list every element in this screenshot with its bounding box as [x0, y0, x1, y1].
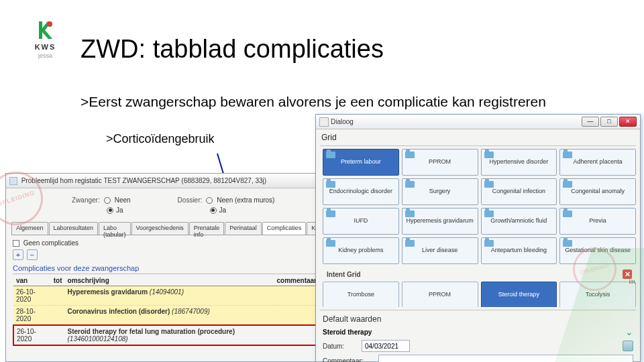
- folder-icon: [563, 181, 572, 188]
- intent-trombose[interactable]: Trombose: [323, 282, 399, 307]
- table-row[interactable]: 28-10-2020 Coronavirus infection (disord…: [13, 306, 319, 326]
- cat-growth-amniotic-fluid[interactable]: Growth/amniotic fluid: [481, 208, 557, 235]
- cell-desc: Coronavirus infection (disorder): [68, 308, 170, 315]
- window-maximize-button[interactable]: □: [600, 117, 618, 127]
- tab-voorgeschiedenis[interactable]: Voorgeschiedenis: [131, 222, 189, 235]
- folder-icon: [563, 152, 572, 158]
- radio-dossier-ja[interactable]: [210, 207, 217, 214]
- cat-hyperemesis-gravidarum[interactable]: Hyperemesis gravidarum: [402, 208, 478, 235]
- dialog-title-text: Dialoog: [331, 118, 354, 125]
- radio-dossier-ja-label: Ja: [219, 206, 227, 214]
- cell-desc: Hyperemesis gravidarum: [68, 288, 148, 296]
- intent-steroid-therapy[interactable]: Steroid therapy: [481, 282, 557, 307]
- logo-k-icon: [27, 20, 64, 40]
- grid-section-label: Grid: [316, 129, 640, 145]
- bullet-secondary: >Corticoïdengebruik: [106, 132, 215, 146]
- label-geen-complicaties: Geen complicaties: [23, 239, 78, 247]
- intent-pprom[interactable]: PPROM: [402, 282, 478, 307]
- cat-hypertensive-disorder[interactable]: Hypertensive disorder: [481, 149, 557, 176]
- folder-icon: [326, 152, 335, 158]
- svg-point-0: [47, 21, 52, 27]
- cat-previa[interactable]: Previa: [559, 208, 636, 235]
- intent-close-button[interactable]: ✕: [623, 269, 632, 279]
- cat-gestational-skin-disease[interactable]: Gestational skin disease: [559, 237, 636, 264]
- radio-group-zwanger: Zwanger: Neen Ja: [72, 196, 131, 214]
- table-row[interactable]: 26-10-2020 Hyperemesis gravidarum (14094…: [13, 286, 319, 306]
- tab-prenatale-info[interactable]: Prenatale info: [189, 222, 225, 235]
- comment-input[interactable]: [378, 355, 633, 362]
- cell-tot: [51, 286, 65, 306]
- folder-icon: [484, 240, 494, 247]
- page-title: ZWD: tabblad complicaties: [80, 35, 384, 64]
- cat-liver-disease[interactable]: Liver disease: [402, 237, 478, 264]
- add-button[interactable]: +: [13, 249, 23, 260]
- date-input[interactable]: [362, 340, 410, 352]
- window-close-button[interactable]: ✕: [619, 117, 637, 127]
- cell-tot: [51, 325, 65, 345]
- date-label: Datum:: [323, 343, 356, 350]
- radio-zwanger-neen[interactable]: [104, 197, 111, 204]
- tab-complicaties[interactable]: Complicaties: [262, 222, 307, 235]
- folder-icon: [405, 210, 415, 217]
- dialog-icon: [319, 117, 329, 127]
- folder-icon: [326, 210, 335, 217]
- dialog-window: Dialoog — □ ✕ Grid Preterm labour PPROM …: [315, 114, 641, 362]
- cell-van: 26-10-2020: [13, 325, 51, 345]
- partial-hidden-cell: ious: [629, 278, 636, 285]
- tab-perinataal[interactable]: Perinataal: [225, 222, 262, 235]
- folder-icon: [326, 181, 335, 188]
- cat-kidney-problems[interactable]: Kidney problems: [323, 237, 399, 264]
- folder-icon: [484, 210, 494, 217]
- cell-code: (186747009): [172, 308, 210, 315]
- col-van: van: [13, 276, 51, 286]
- intent-grid: Trombose PPROM Steroid therapy Tocolysis: [323, 282, 636, 307]
- cell-tot: [51, 306, 65, 326]
- cell-van: 28-10-2020: [13, 306, 51, 326]
- tab-algemeen[interactable]: Algemeen: [11, 222, 48, 235]
- cell-code: (14094001): [150, 288, 184, 296]
- folder-icon: [563, 240, 572, 247]
- cat-iufd[interactable]: IUFD: [323, 208, 399, 235]
- cat-congenital-infection[interactable]: Congenital infection: [481, 178, 557, 205]
- radio-dossier-neen[interactable]: [206, 197, 213, 204]
- tab-strip: Algemeen Laboresultaten Labo (tabular) V…: [11, 222, 321, 235]
- col-tot: tot: [51, 276, 65, 286]
- radio-zwanger-ja-label: Ja: [116, 206, 123, 214]
- cell-van: 26-10-2020: [13, 286, 51, 306]
- checkbox-geen-complicaties[interactable]: [13, 240, 19, 247]
- cat-congenital-anomaly[interactable]: Congenital anomaly: [559, 178, 636, 205]
- tab-laboresultaten[interactable]: Laboresultaten: [49, 222, 99, 235]
- logo-block: KWS jessa: [27, 20, 64, 59]
- category-grid-scroll[interactable]: Preterm labour PPROM Hypertensive disord…: [323, 149, 636, 307]
- bullet-primary: >Eerst zwangerschap bewaren alvorens je …: [80, 93, 546, 111]
- label-dossier: Dossier:: [178, 196, 203, 204]
- cat-antepartum-bleeding[interactable]: Antepartum bleeding: [481, 237, 557, 264]
- window-title-text: Probleemlijd hom registatic TEST ZWANGER…: [21, 177, 266, 184]
- cat-surgery[interactable]: Surgery: [402, 178, 478, 205]
- problem-list-window: Probleemlijd hom registatic TEST ZWANGER…: [5, 173, 327, 362]
- app-icon: [9, 177, 17, 185]
- radio-zwanger-ja[interactable]: [107, 207, 113, 214]
- col-omschrijving: omschrijving: [65, 276, 274, 286]
- intent-grid-label: Intent Grid: [327, 271, 361, 278]
- category-grid: Preterm labour PPROM Hypertensive disord…: [323, 149, 636, 264]
- cat-preterm-labour[interactable]: Preterm labour: [323, 149, 399, 176]
- cat-endocrinologic-disorder[interactable]: Endocrinologic disorder: [323, 178, 399, 205]
- calendar-icon[interactable]: [623, 341, 633, 351]
- folder-icon: [405, 181, 415, 188]
- dialog-titlebar: Dialoog — □ ✕: [316, 115, 640, 129]
- expand-toggle-icon[interactable]: ⌄: [625, 326, 633, 337]
- cat-pprom[interactable]: PPROM: [402, 149, 478, 176]
- table-row[interactable]: 26-10-2020 Steroid therapy for fetal lun…: [13, 325, 319, 345]
- section-header-complicaties: Complicaties voor deze zwangerschap: [13, 263, 320, 274]
- intent-tocolysis[interactable]: Tocolysis: [559, 282, 636, 307]
- comment-label: Commentaar:: [323, 357, 373, 363]
- folder-icon: [326, 240, 335, 247]
- cat-adherent-placenta[interactable]: Adherent placenta: [559, 149, 636, 176]
- remove-button[interactable]: −: [27, 249, 38, 260]
- cell-code: (134601000124108): [68, 335, 128, 343]
- tab-labo-tabular[interactable]: Labo (tabular): [99, 222, 131, 235]
- radio-dossier-neen-label: Neen (extra muros): [217, 196, 274, 204]
- radio-zwanger-neen-label: Neen: [115, 196, 131, 204]
- window-minimize-button[interactable]: —: [582, 117, 599, 127]
